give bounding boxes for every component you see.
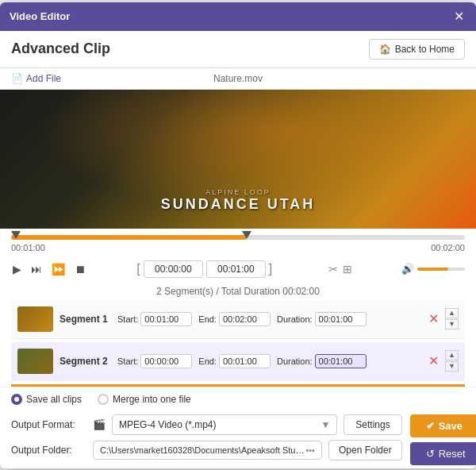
segment-arrows: ▲ ▼ [445,308,459,329]
segment-duration-active-input[interactable] [315,354,367,368]
video-overlay [0,90,476,229]
settings-button[interactable]: Settings [344,414,401,435]
timeline-track[interactable] [11,235,465,240]
timeline-labels: 00:01:00 00:02:00 [11,243,465,252]
scissors-icon[interactable]: ✂ [328,263,338,275]
segments-list: Segment 1 Start: End: Duration: ✕ ▲ ▼ Se… [0,300,476,387]
next-frame-button[interactable]: ⏭ [29,261,44,277]
radio-dot [14,397,19,402]
video-preview: ALPINE LOOP SUNDANCE UTAH [0,90,476,229]
segment-start-input[interactable] [140,312,192,326]
time-start-input[interactable]: 00:00:00 [144,260,203,278]
segment-arrows: ▲ ▼ [445,350,459,372]
file-name: Nature.mov [213,73,263,84]
output-format-row: Output Format: 🎬 MPEG-4 Video (*.mp4) ▼ … [11,414,402,435]
home-icon: 🏠 [379,44,391,55]
header: Advanced Clip 🏠 Back to Home [0,31,476,68]
segment-duration-input[interactable] [315,312,367,326]
step-button[interactable]: ⏩ [50,261,67,277]
back-to-home-button[interactable]: 🏠 Back to Home [369,39,465,60]
folder-label: Output Folder: [11,445,86,456]
timeline-start-label: 00:01:00 [11,243,45,252]
reset-button[interactable]: ↺ Reset [410,442,476,465]
segment-row: Segment 2 Start: End: Duration: ✕ ▲ ▼ [11,342,465,381]
check-icon: ✔ [426,420,435,432]
volume-icon: 🔊 [401,263,414,275]
segment-row: Segment 1 Start: End: Duration: ✕ ▲ ▼ [11,300,465,339]
volume-control: 🔊 [401,263,465,275]
segment-duration-field: Duration: [277,354,367,368]
clip-icons: ✂ ⊞ [328,263,352,275]
timeline: 00:01:00 00:02:00 [0,229,476,256]
refresh-icon: ↺ [426,448,435,460]
file-icon: 📄 [11,73,23,84]
radio-empty-icon [98,394,109,405]
timeline-end-label: 00:02:00 [431,243,465,252]
segment-end-input[interactable] [219,354,271,368]
volume-slider[interactable] [417,268,465,271]
segment-end-field: End: [198,354,271,368]
segment-start-field: Start: [117,354,192,368]
close-button[interactable]: ✕ [451,9,466,25]
video-frame: ALPINE LOOP SUNDANCE UTAH [0,90,476,229]
page-title: Advanced Clip [11,40,110,57]
window-title: Video Editor [10,10,70,22]
toolbar: 📄 Add File Nature.mov [0,68,476,90]
chevron-down-icon: ▼ [321,419,330,430]
segment-duration-field: Duration: [277,312,367,326]
folder-path-text: C:\Users\market160328\Documents\Apeaksof… [100,445,305,455]
segments-info: 2 Segment(s) / Total Duration 00:02:00 [0,283,476,300]
timeline-handle-right[interactable] [242,231,251,239]
segment-delete-button[interactable]: ✕ [428,353,439,368]
format-select[interactable]: MPEG-4 Video (*.mp4) ▼ [112,414,337,435]
video-editor-window: Video Editor ✕ Advanced Clip 🏠 Back to H… [0,2,476,468]
volume-level [417,268,448,271]
segment-start-field: Start: [117,312,192,326]
title-bar: Video Editor ✕ [0,2,476,31]
mp4-icon: 🎬 [93,418,106,430]
playback-controls: ▶ ⏭ ⏩ ⏹ [ 00:00:00 00:01:00 ] ✂ ⊞ 🔊 [0,256,476,283]
bottom-section: Output Format: 🎬 MPEG-4 Video (*.mp4) ▼ … [0,411,476,468]
radio-selected-icon [11,394,22,405]
format-label: Output Format: [11,419,86,430]
more-options-icon: ••• [305,445,315,455]
play-button[interactable]: ▶ [11,261,23,277]
folder-path[interactable]: C:\Users\market160328\Documents\Apeaksof… [93,441,322,460]
output-folder-row: Output Folder: C:\Users\market160328\Doc… [11,440,402,460]
time-inputs: [ 00:00:00 00:01:00 ] [136,260,272,278]
segment-thumbnail [17,306,53,332]
open-folder-button[interactable]: Open Folder [328,440,402,460]
save-all-clips-option[interactable]: Save all clips [11,394,82,405]
add-file-button[interactable]: 📄 Add File [11,73,61,84]
merge-one-file-option[interactable]: Merge into one file [98,394,191,405]
frame-icon[interactable]: ⊞ [343,263,352,275]
segment-end-input[interactable] [219,312,271,326]
action-buttons: ✔ Save ↺ Reset [410,414,476,465]
segment-thumbnail [17,349,53,374]
segment-down-button[interactable]: ▼ [445,361,459,372]
segment-up-button[interactable]: ▲ [445,308,459,318]
segment-label: Segment 2 [60,356,111,367]
bracket-right: ] [269,262,272,276]
segment-label: Segment 1 [60,314,111,325]
output-options: Save all clips Merge into one file [0,387,476,411]
timeline-handle-left[interactable] [11,231,21,239]
segment-end-field: End: [198,312,271,326]
segment-down-button[interactable]: ▼ [445,319,459,329]
segment-start-input[interactable] [140,354,192,368]
save-button[interactable]: ✔ Save [410,414,476,437]
segment-up-button[interactable]: ▲ [445,350,459,360]
segment-delete-button[interactable]: ✕ [428,311,439,326]
stop-button[interactable]: ⏹ [73,261,87,277]
timeline-progress [11,235,247,240]
time-end-input[interactable]: 00:01:00 [206,260,266,278]
toolbar-inner: 📄 Add File Nature.mov [11,73,465,84]
format-folder-section: Output Format: 🎬 MPEG-4 Video (*.mp4) ▼ … [11,414,402,460]
bracket-left: [ [136,262,140,276]
